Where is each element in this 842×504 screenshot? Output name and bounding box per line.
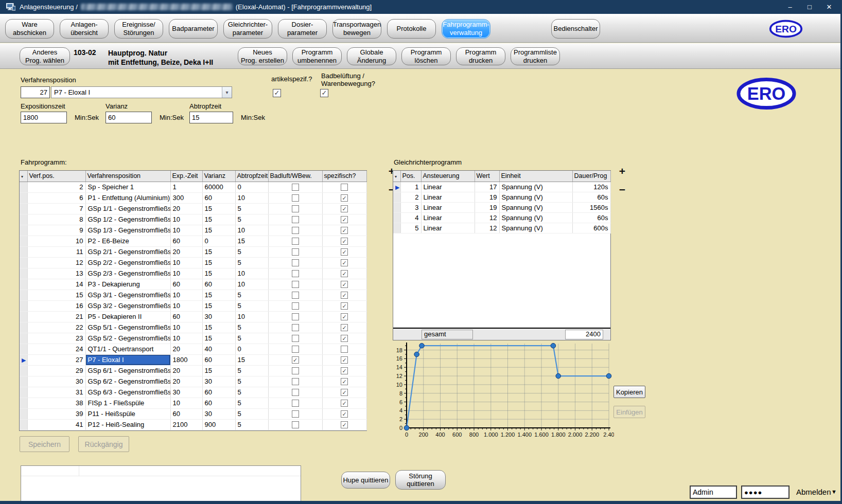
cell-abtropf[interactable]: 5: [235, 322, 268, 333]
cell-pos[interactable]: 24: [27, 344, 85, 354]
column-header[interactable]: Pos.: [400, 171, 421, 182]
cell-einheit[interactable]: Spannung (V): [499, 202, 572, 212]
cell-varianz[interactable]: 15: [202, 257, 235, 268]
row-selector[interactable]: [20, 322, 27, 333]
badluft-checkbox[interactable]: ✓: [292, 356, 299, 364]
table-row[interactable]: 2Linear19Spannung (V)60s: [393, 192, 610, 202]
programm-drucken-button[interactable]: Programm drucken: [456, 47, 505, 65]
cell-varianz[interactable]: 15: [202, 290, 235, 300]
cell-exp[interactable]: 10: [170, 290, 202, 300]
row-selector[interactable]: [20, 419, 27, 430]
tab-fahrprogramm-verwaltung[interactable]: Fahrprogramm- verwaltung: [442, 19, 490, 39]
cell-badluft[interactable]: [268, 203, 322, 214]
badluft-checkbox[interactable]: [292, 410, 299, 418]
cell-badluft[interactable]: [268, 365, 322, 376]
cell-name[interactable]: GSp 3/2 - Gegenstromfließspüle: [85, 300, 170, 311]
cell-varianz[interactable]: 60: [202, 192, 235, 203]
tab-protokolle[interactable]: Protokolle: [387, 19, 436, 39]
cell-exp[interactable]: 1: [170, 182, 202, 192]
row-selector[interactable]: [20, 333, 27, 344]
column-header[interactable]: Wert: [475, 171, 499, 182]
cell-badluft[interactable]: [268, 311, 322, 322]
cell-spezifisch[interactable]: ✓: [322, 192, 366, 203]
row-selector[interactable]: [393, 223, 400, 233]
cell-varianz[interactable]: 30: [202, 311, 235, 322]
row-selector[interactable]: [20, 236, 27, 246]
cell-pos[interactable]: 30: [27, 376, 85, 387]
cell-pos[interactable]: 1: [400, 182, 421, 192]
cell-badluft[interactable]: [268, 236, 322, 246]
cell-exp[interactable]: 20: [170, 203, 202, 214]
cell-name[interactable]: GSp 6/1 - Gegenstromfließspüle: [85, 365, 170, 376]
cell-exp[interactable]: 30: [170, 387, 202, 398]
row-selector[interactable]: [20, 387, 27, 398]
cell-name[interactable]: GSp 5/2 - Gegenstromfließspüle: [85, 333, 170, 344]
cell-spezifisch[interactable]: ✓: [322, 398, 366, 408]
cell-dauer[interactable]: 60s: [572, 192, 610, 202]
abtropfzeit-input[interactable]: [189, 112, 233, 123]
cell-abtropf[interactable]: 5: [235, 257, 268, 268]
cell-exp[interactable]: 10: [170, 300, 202, 311]
row-selector[interactable]: [20, 225, 27, 236]
row-selector[interactable]: [20, 376, 27, 387]
cell-varianz[interactable]: 15: [202, 246, 235, 257]
cell-varianz[interactable]: 15: [202, 322, 235, 333]
row-selector[interactable]: [20, 192, 27, 203]
spezifisch-checkbox[interactable]: ✓: [341, 238, 348, 245]
cell-name[interactable]: P3 - Dekapierung: [85, 279, 170, 290]
verfahrensposition-number-input[interactable]: [21, 86, 50, 98]
tab-bedienschalter[interactable]: Bedienschalter: [551, 19, 600, 39]
cell-einheit[interactable]: Spannung (V): [499, 192, 572, 202]
badluft-checkbox[interactable]: [292, 335, 299, 342]
spezifisch-checkbox[interactable]: ✓: [341, 367, 348, 374]
spezifisch-checkbox[interactable]: ✓: [341, 324, 348, 331]
cell-abtropf[interactable]: 15: [235, 354, 268, 365]
column-header[interactable]: Verf.pos.: [27, 171, 85, 182]
cell-spezifisch[interactable]: ✓: [322, 279, 366, 290]
gleichrichter-add-button[interactable]: +: [617, 166, 628, 177]
badluft-checkbox[interactable]: [292, 292, 299, 299]
cell-spezifisch[interactable]: ✓: [322, 376, 366, 387]
cell-exp[interactable]: 20: [170, 344, 202, 354]
badluft-checkbox[interactable]: [292, 216, 299, 223]
column-header[interactable]: Verfahrensposition: [85, 171, 170, 182]
cell-exp[interactable]: 60: [170, 236, 202, 246]
table-row[interactable]: 14P3 - Dekapierung606010✓: [20, 279, 366, 290]
cell-spezifisch[interactable]: ✓: [322, 333, 366, 344]
row-selector[interactable]: [20, 344, 27, 354]
cell-varianz[interactable]: 60: [202, 279, 235, 290]
cell-ansteuerung[interactable]: Linear: [421, 212, 475, 223]
cell-badluft[interactable]: [268, 268, 322, 279]
cell-pos[interactable]: 5: [400, 223, 421, 233]
cell-abtropf[interactable]: 5: [235, 214, 268, 225]
spezifisch-checkbox[interactable]: ✓: [341, 389, 348, 396]
cell-spezifisch[interactable]: ✓: [322, 365, 366, 376]
varianz-input[interactable]: [106, 112, 152, 123]
cell-exp[interactable]: 20: [170, 246, 202, 257]
chevron-down-icon[interactable]: ▾: [222, 87, 232, 98]
cell-name[interactable]: P11 - Heißspüle: [85, 408, 170, 419]
cell-name[interactable]: P7 - Eloxal I: [85, 354, 170, 365]
cell-exp[interactable]: 10: [170, 257, 202, 268]
cell-abtropf[interactable]: 5: [235, 246, 268, 257]
row-selector[interactable]: [20, 257, 27, 268]
cell-exp[interactable]: 20: [170, 376, 202, 387]
cell-varianz[interactable]: 15: [202, 203, 235, 214]
column-header[interactable]: Exp.-Zeit: [170, 171, 202, 182]
speichern-button[interactable]: Speichern: [20, 436, 69, 452]
cell-pos[interactable]: 38: [27, 398, 85, 408]
row-selector[interactable]: [20, 268, 27, 279]
cell-spezifisch[interactable]: ✓: [322, 214, 366, 225]
badbelueftung-checkbox[interactable]: ✓: [320, 89, 328, 97]
artikelspezifisch-checkbox[interactable]: ✓: [273, 89, 281, 97]
spezifisch-checkbox[interactable]: ✓: [341, 259, 348, 266]
cell-spezifisch[interactable]: ✓: [322, 408, 366, 419]
cell-badluft[interactable]: [268, 246, 322, 257]
programm-umbenennen-button[interactable]: Programm umbenennen: [292, 47, 342, 65]
table-row[interactable]: 12GSp 2/2 - Gegenstromfließspüle10155✓: [20, 257, 366, 268]
cell-pos[interactable]: 7: [27, 203, 85, 214]
cell-pos[interactable]: 10: [27, 236, 85, 246]
column-header[interactable]: Badluft/WBew.: [268, 171, 322, 182]
cell-name[interactable]: QT1/1 - Quertransport: [85, 344, 170, 354]
cell-spezifisch[interactable]: ✓: [322, 236, 366, 246]
